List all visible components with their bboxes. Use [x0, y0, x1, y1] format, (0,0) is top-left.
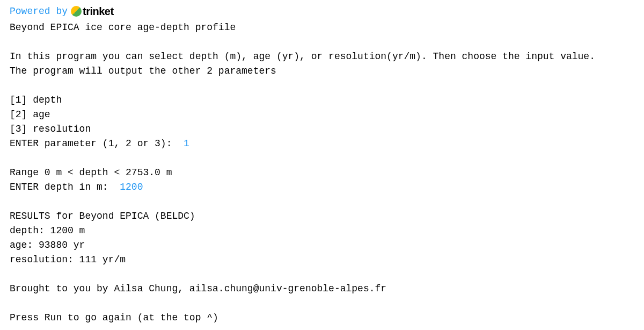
powered-by-text: Powered by: [10, 4, 68, 19]
trinket-logo-link[interactable]: trinket: [71, 3, 114, 19]
intro-line-2: The program will output the other 2 para…: [10, 64, 634, 78]
prompt-parameter-label: ENTER parameter (1, 2 or 3):: [10, 138, 184, 149]
intro-line-1: In this program you can select depth (m)…: [10, 49, 634, 64]
option-1: [1] depth: [10, 93, 634, 107]
user-input-parameter: 1: [184, 138, 189, 149]
prompt-depth-line: ENTER depth in m: 1200: [10, 180, 634, 195]
header: Powered by trinket: [10, 3, 634, 19]
range-line: Range 0 m < depth < 2753.0 m: [10, 166, 634, 180]
results-header: RESULTS for Beyond EPICA (BELDC): [10, 209, 634, 224]
program-title: Beyond EPICA ice core age-depth profile: [10, 20, 634, 35]
result-depth: depth: 1200 m: [10, 224, 634, 238]
option-3: [3] resolution: [10, 122, 634, 137]
trinket-icon: [71, 6, 82, 17]
prompt-depth-label: ENTER depth in m:: [10, 182, 120, 192]
run-again-line: Press Run to go again (at the top ^): [10, 311, 634, 325]
option-2: [2] age: [10, 107, 634, 122]
result-age: age: 93880 yr: [10, 238, 634, 253]
user-input-depth: 1200: [120, 182, 143, 192]
prompt-parameter-line: ENTER parameter (1, 2 or 3): 1: [10, 137, 634, 151]
credit-line: Brought to you by Ailsa Chung, ailsa.chu…: [10, 282, 634, 296]
result-resolution: resolution: 111 yr/m: [10, 253, 634, 267]
trinket-brand-text: trinket: [83, 3, 114, 19]
